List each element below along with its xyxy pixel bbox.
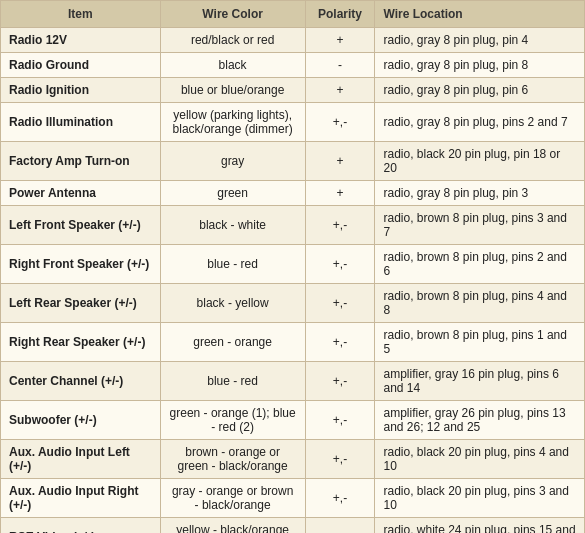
cell-item: Right Rear Speaker (+/-): [1, 323, 161, 362]
cell-item: Center Channel (+/-): [1, 362, 161, 401]
cell-polarity: +,-: [305, 245, 375, 284]
cell-item: Factory Amp Turn-on: [1, 142, 161, 181]
cell-wire-color: blue or blue/orange: [160, 78, 305, 103]
cell-wire-color: blue - red: [160, 245, 305, 284]
cell-wire-location: radio, gray 8 pin plug, pin 8: [375, 53, 585, 78]
cell-item: Radio Illumination: [1, 103, 161, 142]
cell-item: Power Antenna: [1, 181, 161, 206]
cell-wire-color: brown - orange or green - black/orange: [160, 440, 305, 479]
cell-item: Radio Ground: [1, 53, 161, 78]
cell-wire-location: amplifier, gray 26 pin plug, pins 13 and…: [375, 401, 585, 440]
cell-wire-color: yellow (parking lights), black/orange (d…: [160, 103, 305, 142]
cell-wire-color: green - orange: [160, 323, 305, 362]
cell-wire-location: radio, brown 8 pin plug, pins 2 and 6: [375, 245, 585, 284]
cell-polarity: +: [305, 181, 375, 206]
cell-wire-location: radio, gray 8 pin plug, pin 3: [375, 181, 585, 206]
cell-wire-location: radio, black 20 pin plug, pins 4 and 10: [375, 440, 585, 479]
cell-item: Left Front Speaker (+/-): [1, 206, 161, 245]
table-row: Aux. Audio Input Right (+/-)gray - orang…: [1, 479, 585, 518]
wiring-table: Item Wire Color Polarity Wire Location R…: [0, 0, 585, 533]
cell-item: Radio Ignition: [1, 78, 161, 103]
cell-item: RSE Video (+/-): [1, 518, 161, 534]
cell-polarity: +,-: [305, 206, 375, 245]
table-row: Subwoofer (+/-)green - orange (1); blue …: [1, 401, 585, 440]
table-row: RSE Video (+/-)yellow - black/orange (re…: [1, 518, 585, 534]
table-row: Aux. Audio Input Left (+/-)brown - orang…: [1, 440, 585, 479]
cell-polarity: +,-: [305, 323, 375, 362]
header-wire-location: Wire Location: [375, 1, 585, 28]
header-wire-color: Wire Color: [160, 1, 305, 28]
cell-wire-color: black: [160, 53, 305, 78]
cell-wire-color: blue - red: [160, 362, 305, 401]
cell-wire-location: radio, brown 8 pin plug, pins 4 and 8: [375, 284, 585, 323]
cell-polarity: +,-: [305, 440, 375, 479]
cell-polarity: +: [305, 142, 375, 181]
cell-wire-color: black - yellow: [160, 284, 305, 323]
header-polarity: Polarity: [305, 1, 375, 28]
table-row: Radio Groundblack-radio, gray 8 pin plug…: [1, 53, 585, 78]
cell-wire-color: yellow - black/orange (rear view camera): [160, 518, 305, 534]
table-row: Radio Ignitionblue or blue/orange+radio,…: [1, 78, 585, 103]
cell-polarity: +,-: [305, 518, 375, 534]
cell-item: Aux. Audio Input Right (+/-): [1, 479, 161, 518]
cell-polarity: -: [305, 53, 375, 78]
table-row: Left Front Speaker (+/-)black - white+,-…: [1, 206, 585, 245]
cell-polarity: +,-: [305, 362, 375, 401]
cell-polarity: +,-: [305, 284, 375, 323]
cell-polarity: +,-: [305, 479, 375, 518]
cell-wire-location: radio, white 24 pin plug, pins 15 and 16: [375, 518, 585, 534]
cell-wire-location: radio, gray 8 pin plug, pins 2 and 7: [375, 103, 585, 142]
table-row: Right Rear Speaker (+/-)green - orange+,…: [1, 323, 585, 362]
cell-polarity: +,-: [305, 103, 375, 142]
cell-item: Aux. Audio Input Left (+/-): [1, 440, 161, 479]
cell-wire-location: amplifier, gray 16 pin plug, pins 6 and …: [375, 362, 585, 401]
cell-polarity: +: [305, 78, 375, 103]
table-row: Radio 12Vred/black or red+radio, gray 8 …: [1, 28, 585, 53]
cell-wire-color: red/black or red: [160, 28, 305, 53]
table-row: Power Antennagreen+radio, gray 8 pin plu…: [1, 181, 585, 206]
header-item: Item: [1, 1, 161, 28]
cell-wire-color: green: [160, 181, 305, 206]
table-row: Factory Amp Turn-ongray+radio, black 20 …: [1, 142, 585, 181]
cell-item: Left Rear Speaker (+/-): [1, 284, 161, 323]
cell-wire-location: radio, gray 8 pin plug, pin 6: [375, 78, 585, 103]
cell-wire-color: black - white: [160, 206, 305, 245]
cell-item: Radio 12V: [1, 28, 161, 53]
cell-polarity: +: [305, 28, 375, 53]
cell-item: Subwoofer (+/-): [1, 401, 161, 440]
cell-polarity: +,-: [305, 401, 375, 440]
cell-wire-color: gray - orange or brown - black/orange: [160, 479, 305, 518]
cell-wire-location: radio, brown 8 pin plug, pins 3 and 7: [375, 206, 585, 245]
cell-wire-location: radio, gray 8 pin plug, pin 4: [375, 28, 585, 53]
cell-wire-location: radio, black 20 pin plug, pin 18 or 20: [375, 142, 585, 181]
table-row: Center Channel (+/-)blue - red+,-amplifi…: [1, 362, 585, 401]
cell-wire-color: gray: [160, 142, 305, 181]
table-row: Left Rear Speaker (+/-)black - yellow+,-…: [1, 284, 585, 323]
table-row: Radio Illuminationyellow (parking lights…: [1, 103, 585, 142]
cell-item: Right Front Speaker (+/-): [1, 245, 161, 284]
cell-wire-location: radio, black 20 pin plug, pins 3 and 10: [375, 479, 585, 518]
table-row: Right Front Speaker (+/-)blue - red+,-ra…: [1, 245, 585, 284]
cell-wire-color: green - orange (1); blue - red (2): [160, 401, 305, 440]
cell-wire-location: radio, brown 8 pin plug, pins 1 and 5: [375, 323, 585, 362]
